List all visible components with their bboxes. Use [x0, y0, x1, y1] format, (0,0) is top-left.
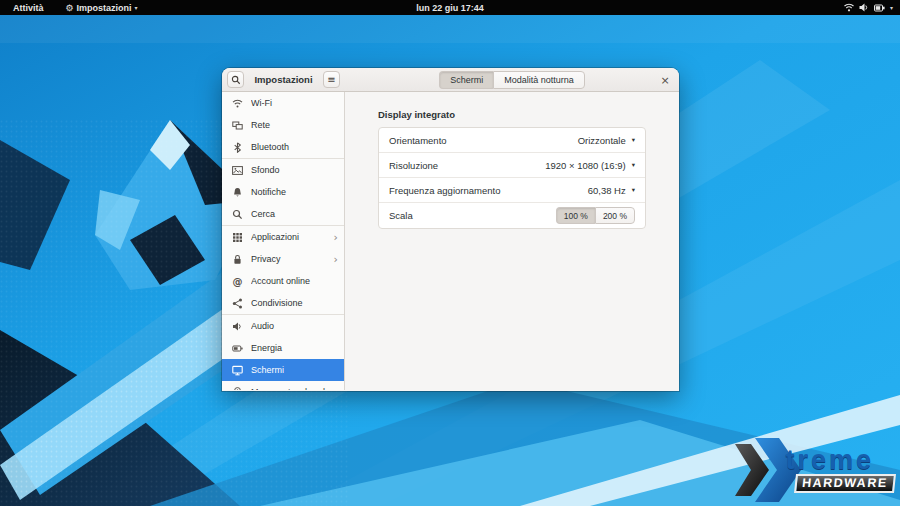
- dropdown-value: Orizzontale: [578, 135, 626, 146]
- close-icon: ×: [660, 74, 669, 87]
- window-titlebar[interactable]: Impostazioni ≡ Schermi Modalità notturna…: [222, 68, 679, 92]
- row-scala: Scala 100 % 200 %: [379, 203, 645, 228]
- sidebar-item-label: Schermi: [251, 365, 338, 375]
- orientamento-dropdown[interactable]: Orizzontale ▾: [578, 135, 635, 146]
- panel-heading: Display integrato: [378, 109, 646, 120]
- top-bar: Attività ⚙ Impostazioni ▾ lun 22 giu 17:…: [0, 0, 900, 15]
- hamburger-icon: ≡: [327, 75, 335, 85]
- wifi-icon: [232, 98, 243, 109]
- battery-icon: [232, 343, 243, 354]
- sidebar-item-label: Sfondo: [251, 165, 338, 175]
- sidebar-item-notifiche[interactable]: Notifiche: [222, 181, 344, 203]
- xtreme-hardware-watermark: treme HARDWARE: [735, 438, 895, 502]
- dropdown-value: 1920 × 1080 (16:9): [545, 160, 626, 171]
- hamburger-menu-button[interactable]: ≡: [323, 71, 340, 88]
- chevron-right-icon: ›: [334, 232, 338, 243]
- chevron-right-icon: ›: [334, 254, 338, 265]
- dropdown-value: 60,38 Hz: [588, 185, 626, 196]
- sidebar-item-label: Bluetooth: [251, 142, 338, 152]
- sidebar-item-energia[interactable]: Energia: [222, 337, 344, 359]
- scale-segmented-control: 100 % 200 %: [556, 207, 635, 224]
- sidebar-item-sfondo[interactable]: Sfondo: [222, 159, 344, 181]
- at-icon: @: [232, 276, 243, 287]
- sidebar-item-condivisione[interactable]: Condivisione: [222, 292, 344, 314]
- apps-icon: [232, 232, 243, 243]
- chevron-down-icon: ▾: [632, 186, 635, 194]
- scale-200-button[interactable]: 200 %: [595, 207, 635, 224]
- scale-100-button[interactable]: 100 %: [556, 207, 595, 224]
- sidebar-item-label: Mouse e touchpad: [251, 387, 338, 390]
- sidebar-item-label: Cerca: [251, 209, 338, 219]
- sidebar-item-label: Condivisione: [251, 298, 338, 308]
- row-frequenza: Frequenza aggiornamento 60,38 Hz ▾: [379, 178, 645, 203]
- sidebar-item-privacy[interactable]: Privacy ›: [222, 248, 344, 270]
- sidebar-item-label: Audio: [251, 321, 338, 331]
- chevron-down-icon: ▾: [632, 161, 635, 169]
- sidebar-item-label: Rete: [251, 120, 338, 130]
- sidebar-item-label: Applicazioni: [251, 232, 326, 242]
- bluetooth-icon: [232, 142, 243, 153]
- search-button[interactable]: [227, 71, 244, 88]
- clock[interactable]: lun 22 giu 17:44: [0, 3, 900, 13]
- row-orientamento: Orientamento Orizzontale ▾: [379, 128, 645, 153]
- window-title: Impostazioni: [254, 74, 312, 85]
- battery-icon: [874, 4, 885, 12]
- background-icon: [232, 165, 243, 176]
- display-settings-card: Orientamento Orizzontale ▾ Risoluzione 1…: [378, 127, 646, 229]
- tab-schermi[interactable]: Schermi: [439, 71, 493, 89]
- row-label: Frequenza aggiornamento: [389, 185, 500, 196]
- wifi-icon: [844, 3, 854, 12]
- sidebar-item-wifi[interactable]: Wi-Fi: [222, 92, 344, 114]
- row-label: Scala: [389, 210, 413, 221]
- bell-icon: [232, 187, 243, 198]
- sidebar-item-schermi[interactable]: Schermi: [222, 359, 344, 381]
- tab-modalita-notturna[interactable]: Modalità notturna: [493, 71, 585, 89]
- close-button[interactable]: ×: [658, 73, 672, 87]
- settings-window: Impostazioni ≡ Schermi Modalità notturna…: [222, 68, 679, 391]
- chevron-down-icon: ▾: [890, 4, 893, 11]
- volume-icon: [859, 3, 869, 12]
- row-label: Orientamento: [389, 135, 447, 146]
- row-label: Risoluzione: [389, 160, 438, 171]
- frequenza-dropdown[interactable]: 60,38 Hz ▾: [588, 185, 635, 196]
- row-risoluzione: Risoluzione 1920 × 1080 (16:9) ▾: [379, 153, 645, 178]
- sidebar-item-applicazioni[interactable]: Applicazioni ›: [222, 226, 344, 248]
- speaker-icon: [232, 321, 243, 332]
- sidebar-item-cerca[interactable]: Cerca: [222, 203, 344, 225]
- sidebar-item-account-online[interactable]: @ Account online: [222, 270, 344, 292]
- brand-name-bottom: HARDWARE: [794, 474, 896, 493]
- mouse-icon: [232, 387, 243, 391]
- chevron-down-icon: ▾: [632, 136, 635, 144]
- sidebar-item-label: Privacy: [251, 254, 326, 264]
- sidebar-item-label: Notifiche: [251, 187, 338, 197]
- search-icon: [231, 75, 241, 85]
- sidebar-item-label: Account online: [251, 276, 338, 286]
- lock-icon: [232, 254, 243, 265]
- sidebar-item-rete[interactable]: Rete: [222, 114, 344, 136]
- system-status-area[interactable]: ▾: [844, 0, 893, 15]
- sidebar-item-audio[interactable]: Audio: [222, 315, 344, 337]
- display-icon: [232, 365, 243, 376]
- sidebar-item-label: Energia: [251, 343, 338, 353]
- view-switcher: Schermi Modalità notturna: [345, 71, 679, 89]
- risoluzione-dropdown[interactable]: 1920 × 1080 (16:9) ▾: [545, 160, 635, 171]
- network-icon: [232, 120, 243, 131]
- brand-name-top: treme: [785, 447, 874, 473]
- display-settings-panel: Display integrato Orientamento Orizzonta…: [345, 92, 679, 390]
- share-icon: [232, 298, 243, 309]
- sidebar-item-mouse-touchpad[interactable]: Mouse e touchpad: [222, 381, 344, 390]
- search-icon: [232, 209, 243, 220]
- sidebar-item-label: Wi-Fi: [251, 98, 338, 108]
- settings-sidebar: Wi-Fi Rete Bluetooth Sfondo: [222, 92, 345, 390]
- sidebar-item-bluetooth[interactable]: Bluetooth: [222, 136, 344, 158]
